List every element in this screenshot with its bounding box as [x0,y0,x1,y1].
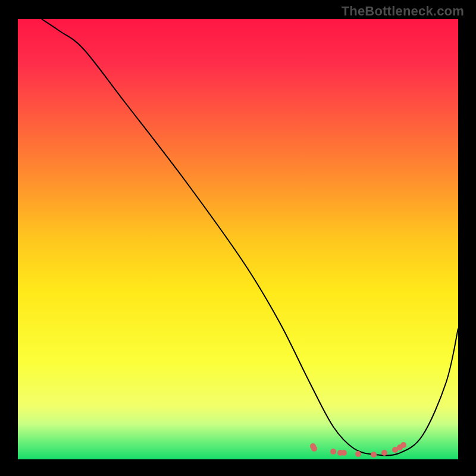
marker-dot [341,450,347,456]
chart-plot-area [18,19,458,459]
marker-dot [381,450,387,456]
marker-dot [400,442,406,448]
marker-dot [330,449,336,455]
marker-dot [371,452,377,458]
chart-background [18,19,458,459]
chart-svg [18,19,458,459]
chart-frame: TheBottleneck.com [0,0,476,476]
marker-dot [355,451,361,457]
watermark-text: TheBottleneck.com [342,4,464,19]
marker-dot [311,446,317,452]
